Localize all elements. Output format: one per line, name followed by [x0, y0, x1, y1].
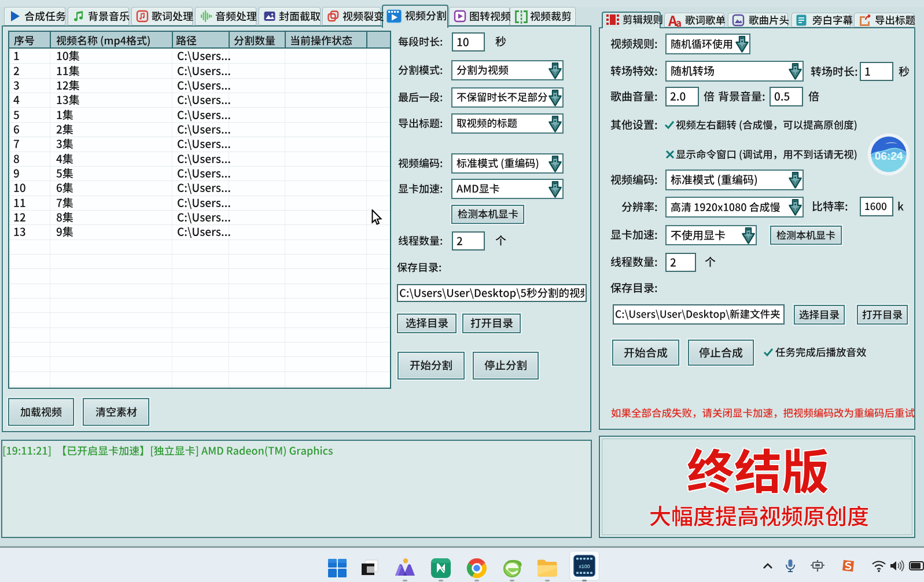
svg-text:06:24: 06:24 [875, 150, 903, 162]
svg-text:x100: x100 [579, 563, 590, 569]
